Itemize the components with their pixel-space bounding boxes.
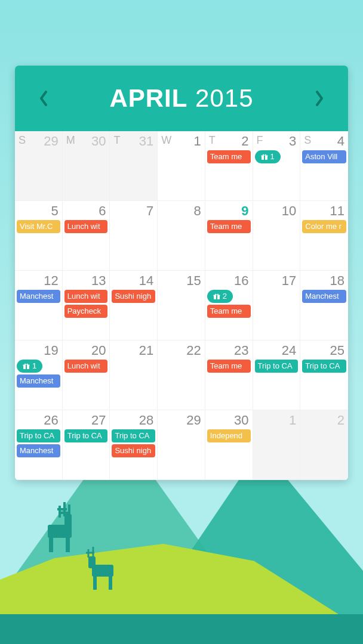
day-cell[interactable]: 10 bbox=[253, 201, 301, 271]
events-container: Sushi nigh bbox=[110, 289, 157, 303]
svg-rect-5 bbox=[93, 575, 97, 590]
svg-rect-6 bbox=[109, 575, 112, 590]
event-chip[interactable]: Manchest bbox=[17, 290, 60, 303]
event-chip[interactable]: Paycheck bbox=[64, 305, 108, 318]
event-chip[interactable]: Manchest bbox=[17, 374, 60, 388]
day-cell[interactable]: 6Lunch wit bbox=[63, 201, 110, 271]
day-cell[interactable]: 12Manchest bbox=[15, 271, 63, 340]
day-number: 19 bbox=[15, 343, 62, 358]
day-cell[interactable]: T2Team me bbox=[205, 131, 253, 201]
event-chip[interactable]: Manchest bbox=[17, 444, 60, 457]
day-number: 27 bbox=[63, 413, 110, 428]
day-cell[interactable]: 29 bbox=[158, 410, 205, 480]
event-chip[interactable]: Team me bbox=[207, 220, 251, 233]
day-cell[interactable]: 26Trip to CAManchest bbox=[15, 410, 63, 480]
day-number: 14 bbox=[110, 273, 157, 289]
events-container: Independ bbox=[205, 428, 253, 442]
weekday-label: W bbox=[158, 134, 171, 147]
event-chip[interactable]: Trip to CA bbox=[255, 360, 299, 373]
gift-icon bbox=[213, 293, 220, 300]
birthday-badge[interactable]: 2 bbox=[207, 290, 233, 303]
day-number: 8 bbox=[158, 203, 205, 219]
events-container: Trip to CA bbox=[63, 428, 110, 442]
day-number: 10 bbox=[253, 203, 300, 219]
event-chip[interactable]: Team me bbox=[207, 305, 251, 318]
day-cell[interactable]: 21 bbox=[110, 340, 158, 410]
events-container bbox=[300, 428, 348, 429]
events-container: Team me bbox=[205, 219, 253, 233]
deer-illustration bbox=[84, 546, 125, 593]
event-chip[interactable]: Lunch wit bbox=[64, 360, 108, 373]
day-number: 30 bbox=[205, 413, 253, 428]
events-container bbox=[158, 358, 205, 360]
birthday-badge[interactable]: 1 bbox=[17, 360, 42, 373]
day-cell[interactable]: 30Independ bbox=[205, 410, 253, 480]
day-number: 2 bbox=[300, 413, 348, 428]
day-cell[interactable]: 13Lunch witPaycheck bbox=[63, 271, 110, 340]
day-cell[interactable]: 18Manchest bbox=[300, 271, 348, 340]
day-number: 5 bbox=[15, 203, 62, 219]
day-cell[interactable]: 14Sushi nigh bbox=[110, 271, 158, 340]
event-chip[interactable]: Sushi nigh bbox=[112, 290, 155, 303]
prev-month-button[interactable] bbox=[32, 86, 56, 110]
month-year-title[interactable]: APRIL 2015 bbox=[109, 84, 253, 113]
day-number: 16 bbox=[205, 273, 253, 289]
day-cell[interactable]: 20Lunch wit bbox=[63, 340, 110, 410]
event-chip[interactable]: Visit Mr.C bbox=[17, 220, 60, 233]
event-chip[interactable]: Trip to CA bbox=[302, 360, 346, 373]
event-chip[interactable]: Lunch wit bbox=[64, 290, 108, 303]
event-chip[interactable]: Team me bbox=[207, 360, 251, 373]
day-cell[interactable]: 27Trip to CA bbox=[63, 410, 110, 480]
day-number: 31 bbox=[120, 134, 157, 149]
year-label: 2015 bbox=[195, 84, 253, 112]
events-container: 1 bbox=[253, 149, 300, 163]
birthday-badge[interactable]: 1 bbox=[255, 150, 281, 163]
day-cell[interactable]: 22 bbox=[158, 340, 205, 410]
day-cell[interactable]: 9Team me bbox=[205, 201, 253, 271]
day-cell[interactable]: S4Aston Vill bbox=[300, 131, 348, 201]
event-chip[interactable]: Lunch wit bbox=[64, 220, 108, 233]
event-chip[interactable]: Trip to CA bbox=[17, 429, 60, 442]
events-container: 2Team me bbox=[205, 289, 253, 318]
day-number: 29 bbox=[158, 413, 205, 428]
event-chip[interactable]: Trip to CA bbox=[112, 429, 155, 442]
day-cell[interactable]: 8 bbox=[158, 201, 205, 271]
day-cell[interactable]: 17 bbox=[253, 271, 301, 340]
day-cell[interactable]: 191Manchest bbox=[15, 340, 63, 410]
day-cell[interactable]: 23Team me bbox=[205, 340, 253, 410]
day-cell[interactable]: 162Team me bbox=[205, 271, 253, 340]
day-cell[interactable]: M30 bbox=[63, 131, 110, 201]
events-container bbox=[63, 149, 110, 150]
day-number: 26 bbox=[15, 413, 62, 428]
day-cell[interactable]: 28Trip to CASushi nigh bbox=[110, 410, 158, 480]
event-chip[interactable]: Team me bbox=[207, 150, 251, 163]
event-chip[interactable]: Sushi nigh bbox=[112, 444, 155, 457]
day-cell[interactable]: 7 bbox=[110, 201, 158, 271]
day-cell[interactable]: W1 bbox=[158, 131, 205, 201]
event-chip[interactable]: Manchest bbox=[302, 290, 346, 303]
day-number: 1 bbox=[171, 134, 205, 149]
weekday-label: F bbox=[253, 134, 263, 147]
day-cell[interactable]: T31 bbox=[110, 131, 158, 201]
chevron-left-icon bbox=[39, 91, 48, 106]
day-cell[interactable]: 15 bbox=[158, 271, 205, 340]
event-chip[interactable]: Trip to CA bbox=[64, 429, 108, 442]
next-month-button[interactable] bbox=[307, 86, 331, 110]
events-container: Trip to CA bbox=[253, 358, 300, 373]
svg-rect-10 bbox=[264, 156, 265, 160]
svg-rect-16 bbox=[26, 365, 27, 370]
events-container: Lunch witPaycheck bbox=[63, 289, 110, 318]
day-cell[interactable]: 25Trip to CA bbox=[300, 340, 348, 410]
day-cell[interactable]: 2 bbox=[300, 410, 348, 480]
event-chip[interactable]: Aston Vill bbox=[302, 150, 346, 163]
badge-count: 1 bbox=[32, 361, 36, 371]
day-cell[interactable]: 1 bbox=[253, 410, 301, 480]
day-cell[interactable]: 5Visit Mr.C bbox=[15, 201, 63, 271]
day-cell[interactable]: 24Trip to CA bbox=[253, 340, 301, 410]
event-chip[interactable]: Independ bbox=[207, 429, 251, 442]
event-chip[interactable]: Color me r bbox=[302, 220, 346, 233]
day-cell[interactable]: S29 bbox=[15, 131, 63, 201]
day-cell[interactable]: 11Color me r bbox=[300, 201, 348, 271]
badge-count: 2 bbox=[223, 292, 227, 301]
day-cell[interactable]: F31 bbox=[253, 131, 301, 201]
